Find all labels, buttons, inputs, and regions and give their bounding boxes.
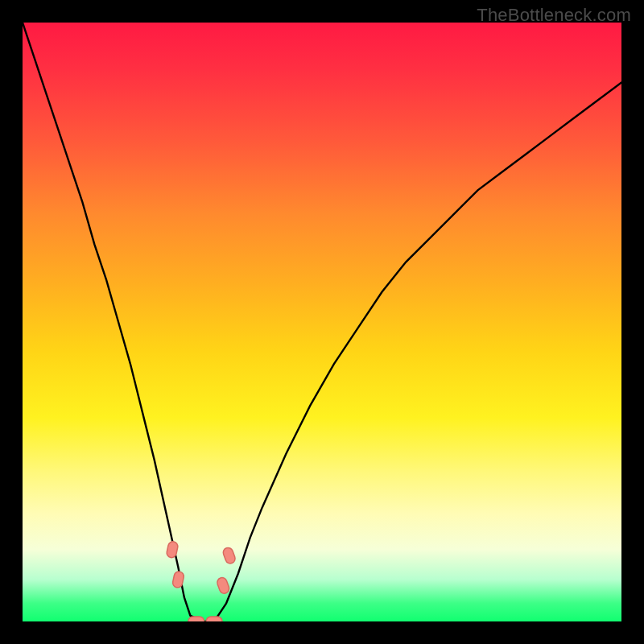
plot-area	[23, 23, 621, 621]
attribution-watermark: TheBottleneck.com	[477, 5, 631, 26]
svg-rect-3	[216, 576, 230, 595]
svg-rect-4	[188, 617, 204, 621]
minimum-marker-left	[188, 617, 204, 621]
minimum-marker-right	[206, 617, 222, 621]
curve-layer	[23, 23, 621, 621]
bottleneck-curve	[23, 23, 621, 621]
right-branch-marker-upper	[222, 547, 237, 565]
svg-rect-0	[166, 541, 179, 559]
marker-layer	[166, 541, 237, 621]
svg-rect-2	[222, 547, 237, 565]
svg-rect-5	[206, 617, 222, 621]
chart-stage: TheBottleneck.com	[0, 0, 644, 644]
right-branch-marker-lower	[216, 576, 230, 595]
left-branch-marker-upper	[166, 541, 179, 559]
